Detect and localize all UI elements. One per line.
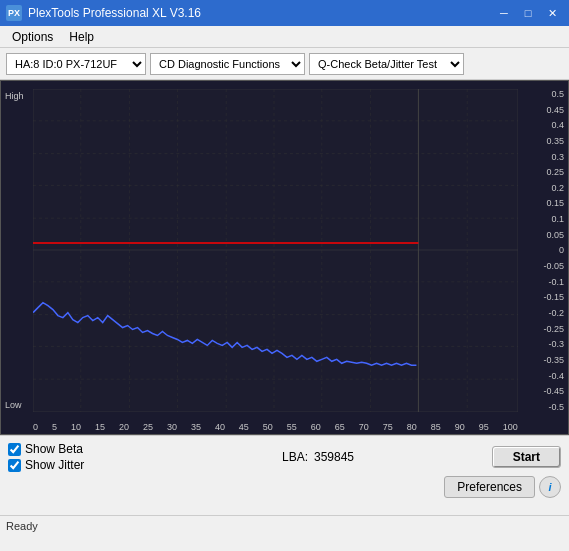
- chart-plot-area: [33, 89, 518, 412]
- bottom-panel: Show Beta Show Jitter LBA: 359845 Start …: [0, 435, 569, 515]
- chart-label-low: Low: [5, 400, 22, 410]
- device-select[interactable]: HA:8 ID:0 PX-712UF: [6, 53, 146, 75]
- minimize-button[interactable]: ─: [493, 4, 515, 22]
- close-button[interactable]: ✕: [541, 4, 563, 22]
- maximize-button[interactable]: □: [517, 4, 539, 22]
- show-jitter-label: Show Jitter: [25, 458, 84, 472]
- menu-options[interactable]: Options: [4, 29, 61, 45]
- app-icon: PX: [6, 5, 22, 21]
- chart-label-high: High: [5, 91, 24, 101]
- status-bar: Ready: [0, 515, 569, 535]
- show-jitter-check[interactable]: Show Jitter: [8, 458, 84, 472]
- function-select[interactable]: CD Diagnostic Functions: [150, 53, 305, 75]
- show-jitter-checkbox[interactable]: [8, 459, 21, 472]
- menu-help[interactable]: Help: [61, 29, 102, 45]
- show-beta-label: Show Beta: [25, 442, 83, 456]
- info-button[interactable]: i: [539, 476, 561, 498]
- preferences-button[interactable]: Preferences: [444, 476, 535, 498]
- test-select[interactable]: Q-Check Beta/Jitter Test: [309, 53, 464, 75]
- show-beta-checkbox[interactable]: [8, 443, 21, 456]
- menu-bar: Options Help: [0, 26, 569, 48]
- lba-section: LBA: 359845: [282, 450, 354, 464]
- chart-svg: [33, 89, 518, 412]
- toolbar: HA:8 ID:0 PX-712UF CD Diagnostic Functio…: [0, 48, 569, 80]
- checkboxes-group: Show Beta Show Jitter: [8, 442, 84, 472]
- status-text: Ready: [6, 520, 38, 532]
- chart-container: High Low: [0, 80, 569, 435]
- lba-value: 359845: [314, 450, 354, 464]
- window-title: PlexTools Professional XL V3.16: [28, 6, 201, 20]
- start-button[interactable]: Start: [492, 446, 561, 468]
- svg-rect-0: [33, 89, 518, 412]
- show-beta-check[interactable]: Show Beta: [8, 442, 84, 456]
- chart-x-labels: 0 5 10 15 20 25 30 35 40 45 50 55 60 65 …: [33, 422, 518, 432]
- lba-label: LBA:: [282, 450, 308, 464]
- title-bar: PX PlexTools Professional XL V3.16 ─ □ ✕: [0, 0, 569, 26]
- chart-y-labels: 0.5 0.45 0.4 0.35 0.3 0.25 0.2 0.15 0.1 …: [520, 89, 564, 412]
